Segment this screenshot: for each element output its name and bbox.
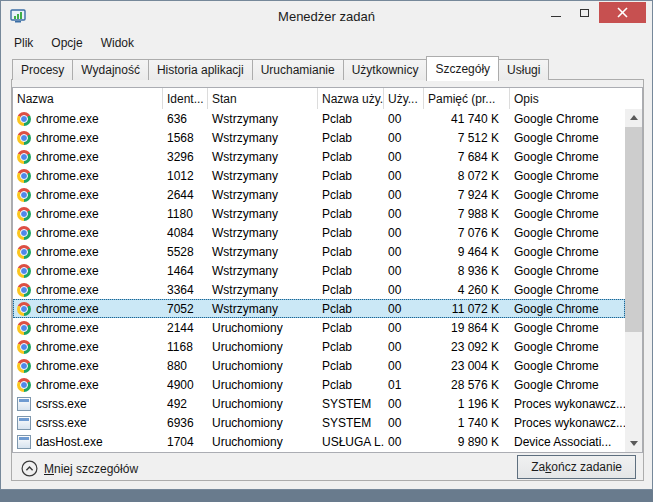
cell-description: Proces wykonawcz...	[510, 397, 625, 411]
table-row[interactable]: dasHost.exe1704UruchomionyUSŁUGA L...009…	[13, 432, 625, 451]
menu-opcje[interactable]: Opcje	[42, 33, 91, 53]
table-row[interactable]: chrome.exe1464WstrzymanyPclab008 936 KGo…	[13, 261, 625, 280]
scrollbar-up-button[interactable]	[625, 109, 642, 126]
cell-cpu: 00	[384, 340, 424, 354]
column-header-pamiec[interactable]: Pamięć (pr...	[424, 88, 510, 109]
table-row[interactable]: chrome.exe1568WstrzymanyPclab007 512 KGo…	[13, 128, 625, 147]
task-manager-window: Menedżer zadań Plik Opcje Widok Procesy	[0, 0, 653, 490]
cell-user: Pclab	[318, 112, 384, 126]
cell-pid: 880	[163, 359, 208, 373]
cell-state: Uruchomiony	[208, 321, 318, 335]
table-row[interactable]: chrome.exe4900UruchomionyPclab0128 576 K…	[13, 375, 625, 394]
cell-pid: 4900	[163, 378, 208, 392]
cell-pid: 7052	[163, 302, 208, 316]
table-row[interactable]: chrome.exe3296WstrzymanyPclab007 684 KGo…	[13, 147, 625, 166]
cell-description: Proces wykonawcz...	[510, 416, 625, 430]
menu-plik[interactable]: Plik	[5, 33, 42, 53]
table-row[interactable]: chrome.exe636WstrzymanyPclab0041 740 KGo…	[13, 109, 625, 128]
process-name: csrss.exe	[36, 416, 87, 430]
cell-description: Google Chrome	[510, 245, 625, 259]
column-header-nazwa[interactable]: Nazwa	[13, 88, 163, 109]
tab-uzytkownicy[interactable]: Użytkownicy	[343, 59, 428, 80]
chrome-icon	[17, 359, 31, 373]
cell-user: Pclab	[318, 207, 384, 221]
desktop-background	[0, 490, 653, 502]
chrome-icon	[17, 378, 31, 392]
table-row[interactable]: chrome.exe5528WstrzymanyPclab009 464 KGo…	[13, 242, 625, 261]
cell-user: USŁUGA L...	[318, 435, 384, 449]
cell-cpu: 01	[384, 378, 424, 392]
cell-state: Wstrzymany	[208, 283, 318, 297]
tab-historia-aplikacji[interactable]: Historia aplikacji	[148, 59, 253, 80]
cell-state: Uruchomiony	[208, 397, 318, 411]
cell-cpu: 00	[384, 283, 424, 297]
table-row[interactable]: chrome.exe880UruchomionyPclab0023 004 KG…	[13, 356, 625, 375]
table-row[interactable]: chrome.exe7052WstrzymanyPclab0011 072 KG…	[13, 299, 625, 318]
table-row[interactable]: chrome.exe2644WstrzymanyPclab007 924 KGo…	[13, 185, 625, 204]
cell-pid: 1568	[163, 131, 208, 145]
table-row[interactable]: csrss.exe6936UruchomionySYSTEM001 740 KP…	[13, 413, 625, 432]
tab-szczegoly[interactable]: Szczegóły	[426, 56, 499, 81]
process-name: chrome.exe	[36, 321, 99, 335]
cell-description: Google Chrome	[510, 264, 625, 278]
cell-user: Pclab	[318, 188, 384, 202]
cell-user: Pclab	[318, 150, 384, 164]
menu-widok[interactable]: Widok	[92, 33, 143, 53]
tab-wydajnosc[interactable]: Wydajność	[72, 59, 149, 80]
cell-cpu: 00	[384, 302, 424, 316]
cell-pid: 1704	[163, 435, 208, 449]
vertical-scrollbar[interactable]	[625, 109, 642, 452]
scrollbar-down-button[interactable]	[625, 435, 642, 452]
table-row[interactable]: chrome.exe3364WstrzymanyPclab004 260 KGo…	[13, 280, 625, 299]
cell-memory: 23 092 K	[424, 340, 510, 354]
table-row[interactable]: chrome.exe1180WstrzymanyPclab007 988 KGo…	[13, 204, 625, 223]
table-row[interactable]: chrome.exe1168UruchomionyPclab0023 092 K…	[13, 337, 625, 356]
process-name: chrome.exe	[36, 150, 99, 164]
close-button[interactable]	[599, 2, 646, 23]
cell-name: chrome.exe	[13, 112, 163, 126]
tab-uslugi[interactable]: Usługi	[498, 59, 549, 80]
cell-user: SYSTEM	[318, 416, 384, 430]
cell-memory: 7 924 K	[424, 188, 510, 202]
cell-state: Wstrzymany	[208, 188, 318, 202]
tab-procesy[interactable]: Procesy	[12, 59, 73, 80]
table-row[interactable]: chrome.exe4084WstrzymanyPclab007 076 KGo…	[13, 223, 625, 242]
column-header-nazwa-uzytkownika[interactable]: Nazwa uży...	[318, 88, 384, 109]
cell-user: Pclab	[318, 340, 384, 354]
cell-cpu: 00	[384, 321, 424, 335]
process-name: chrome.exe	[36, 245, 99, 259]
maximize-button[interactable]	[570, 2, 599, 23]
cell-pid: 1012	[163, 169, 208, 183]
table-row[interactable]: csrss.exe492UruchomionySYSTEM001 196 KPr…	[13, 394, 625, 413]
cell-memory: 7 076 K	[424, 226, 510, 240]
tab-uruchamianie[interactable]: Uruchamianie	[252, 59, 344, 80]
cell-state: Uruchomiony	[208, 378, 318, 392]
cell-description: Device Associati...	[510, 435, 625, 449]
cell-state: Wstrzymany	[208, 207, 318, 221]
cell-state: Wstrzymany	[208, 131, 318, 145]
minimize-button[interactable]	[541, 2, 570, 23]
cell-state: Wstrzymany	[208, 245, 318, 259]
titlebar[interactable]: Menedżer zadań	[1, 1, 652, 31]
column-header-opis[interactable]: Opis	[510, 88, 642, 109]
column-header-ident[interactable]: Ident...	[163, 88, 208, 109]
cell-user: Pclab	[318, 359, 384, 373]
cell-cpu: 00	[384, 131, 424, 145]
cell-name: chrome.exe	[13, 245, 163, 259]
cell-memory: 9 890 K	[424, 435, 510, 449]
scrollbar-thumb[interactable]	[625, 127, 642, 332]
end-task-button[interactable]: Zakończ zadanie	[517, 455, 636, 479]
table-row[interactable]: chrome.exe2144UruchomionyPclab0019 864 K…	[13, 318, 625, 337]
cell-state: Uruchomiony	[208, 435, 318, 449]
cell-pid: 4084	[163, 226, 208, 240]
column-header-stan[interactable]: Stan	[208, 88, 318, 109]
cell-cpu: 00	[384, 416, 424, 430]
column-header-uzycie[interactable]: Uży...	[384, 88, 424, 109]
cell-name: csrss.exe	[13, 397, 163, 411]
cell-name: chrome.exe	[13, 169, 163, 183]
table-row[interactable]: chrome.exe1012WstrzymanyPclab008 072 KGo…	[13, 166, 625, 185]
cell-state: Wstrzymany	[208, 169, 318, 183]
cell-description: Google Chrome	[510, 283, 625, 297]
cell-cpu: 00	[384, 359, 424, 373]
details-toggle-button[interactable]: Mniej szczegółów	[21, 460, 138, 477]
